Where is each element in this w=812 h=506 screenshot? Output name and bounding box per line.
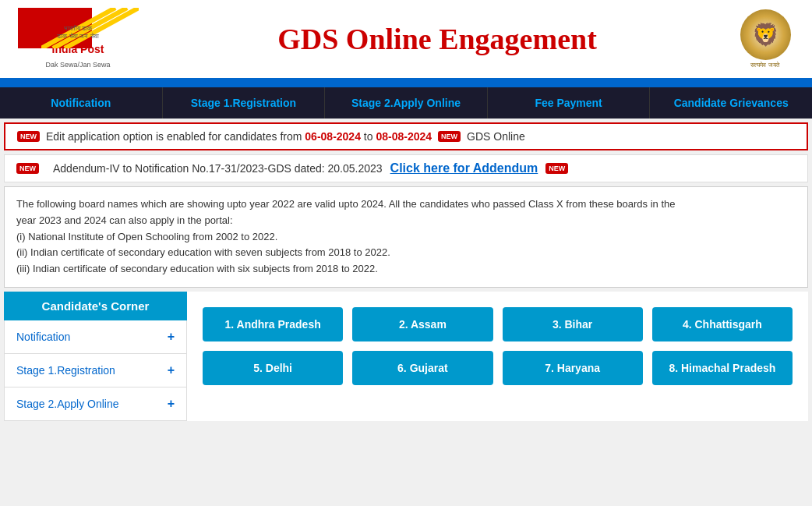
site-title-area: GDS Online Engagement xyxy=(140,22,734,56)
main-content-area: Candidate's Corner Notification + Stage … xyxy=(4,292,808,421)
sidebar: Candidate's Corner Notification + Stage … xyxy=(4,292,187,421)
info-line-1: The following board names which are show… xyxy=(16,196,796,213)
logo-hindi-line2: डाक सेवा-जन सेवा xyxy=(18,33,139,41)
emblem-icon: 🦁 xyxy=(740,9,791,60)
state-button-assam[interactable]: 2. Assam xyxy=(352,307,492,341)
announcement-bar: NEW Edit application option is enabled f… xyxy=(4,122,808,150)
state-button-ap[interactable]: 1. Andhra Pradesh xyxy=(203,307,343,341)
state-button-haryana[interactable]: 7. Haryana xyxy=(503,351,643,385)
nav-grievances[interactable]: Candidate Grievances xyxy=(650,87,812,119)
india-post-sublabel: Dak Sewa/Jan Sewa xyxy=(45,61,110,69)
sidebar-item-notification[interactable]: Notification + xyxy=(4,320,187,354)
plus-icon-stage2: + xyxy=(168,397,175,411)
plus-icon-stage1: + xyxy=(168,363,175,377)
info-line-2: year 2023 and 2024 can also apply in the… xyxy=(16,213,796,229)
state-button-gujarat[interactable]: 6. Gujarat xyxy=(352,351,492,385)
nav-stage1[interactable]: Stage 1.Registration xyxy=(163,87,326,119)
states-grid: 1. Andhra Pradesh 2. Assam 3. Bihar 4. C… xyxy=(187,292,808,421)
date-to: 08-08-2024 xyxy=(376,130,432,143)
sidebar-header: Candidate's Corner xyxy=(4,292,187,320)
state-button-bihar[interactable]: 3. Bihar xyxy=(503,307,643,341)
page-header: भारतीय डाक डाक सेवा-जन सेवा India Post D… xyxy=(0,0,812,81)
nav-stage2[interactable]: Stage 2.Apply Online xyxy=(325,87,488,119)
header-blue-stripe xyxy=(0,81,812,87)
announcement-suffix: GDS Online xyxy=(467,130,525,143)
nav-fee-payment[interactable]: Fee Payment xyxy=(488,87,651,119)
main-navbar: Notification Stage 1.Registration Stage … xyxy=(0,87,812,119)
announcement-text: Edit application option is enabled for c… xyxy=(46,130,432,143)
plus-icon-notification: + xyxy=(168,330,175,344)
info-box: The following board names which are show… xyxy=(4,186,808,288)
emblem-text: सत्यमेव जयते xyxy=(750,62,779,69)
sidebar-item-stage2[interactable]: Stage 2.Apply Online + xyxy=(4,387,187,421)
state-button-hp[interactable]: 8. Himachal Pradesh xyxy=(652,351,793,385)
sidebar-item-stage1[interactable]: Stage 1.Registration + xyxy=(4,354,187,387)
india-post-logo: भारतीय डाक डाक सेवा-जन सेवा India Post D… xyxy=(16,8,140,70)
addendum-bar: NEW Addendum-IV to Notification No.17-31… xyxy=(4,154,808,182)
date-from: 06-08-2024 xyxy=(305,130,361,143)
info-line-4: (ii) Indian certificate of secondary edu… xyxy=(16,245,796,261)
info-line-5: (iii) Indian certificate of secondary ed… xyxy=(16,261,796,278)
new-badge-1: NEW xyxy=(17,131,40,142)
new-badge-addendum2: NEW xyxy=(545,163,568,174)
nav-notification[interactable]: Notification xyxy=(0,87,163,119)
addendum-text: Addendum-IV to Notification No.17-31/202… xyxy=(53,162,383,175)
announcement-to: to xyxy=(364,130,376,143)
logo-hindi-line1: भारतीय डाक xyxy=(18,25,139,33)
state-button-delhi[interactable]: 5. Delhi xyxy=(203,351,343,385)
site-title: GDS Online Engagement xyxy=(140,22,734,56)
national-emblem: 🦁 सत्यमेव जयते xyxy=(734,8,796,70)
state-button-cg[interactable]: 4. Chhattisgarh xyxy=(652,307,793,341)
new-badge-addendum: NEW xyxy=(16,163,39,174)
info-line-3: (i) National Institute of Open Schooling… xyxy=(16,229,796,246)
new-badge-2: NEW xyxy=(438,131,461,142)
addendum-link[interactable]: Click here for Addendum xyxy=(390,161,538,175)
